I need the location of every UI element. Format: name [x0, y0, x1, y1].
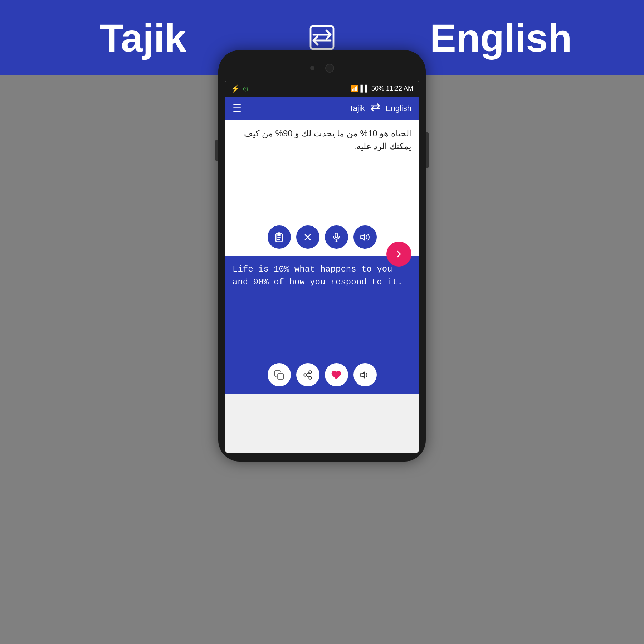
usb-icon: ⚡ — [231, 84, 240, 93]
svg-marker-18 — [361, 372, 365, 377]
signal-icon: ▌▌ — [360, 85, 370, 92]
battery-text: 50% — [371, 85, 384, 92]
circle-icon: ⊙ — [243, 84, 249, 93]
output-text: Life is 10% what happens to you and 90% … — [233, 263, 411, 289]
input-text[interactable]: الحياة هو 10% من ما يحدث لك و 90% من كيف… — [233, 127, 411, 153]
clear-button[interactable] — [296, 225, 319, 249]
status-right-icons: 📶 ▌▌ 50% 11:22 AM — [351, 85, 413, 93]
banner-swap-icon[interactable] — [286, 23, 358, 52]
status-bar: ⚡ ⊙ 📶 ▌▌ 50% 11:22 AM — [225, 80, 419, 97]
phone-screen: ⚡ ⊙ 📶 ▌▌ 50% 11:22 AM ☰ Tajik — [225, 80, 419, 453]
volume-button — [215, 140, 218, 161]
hamburger-menu-button[interactable]: ☰ — [233, 102, 241, 114]
toolbar-swap-icon[interactable] — [370, 102, 380, 114]
favorite-button[interactable] — [325, 363, 348, 386]
copy-button[interactable] — [268, 363, 291, 386]
phone-speaker — [310, 66, 314, 70]
input-area[interactable]: الحياة هو 10% من ما يحدث لك و 90% من كيف… — [225, 120, 419, 220]
translation-container: الحياة هو 10% من ما يحدث لك و 90% من كيف… — [225, 120, 419, 394]
output-sound-button[interactable] — [353, 363, 377, 386]
wifi-icon: 📶 — [351, 85, 358, 93]
clipboard-button[interactable] — [268, 225, 291, 249]
phone-top-area — [225, 57, 419, 79]
svg-rect-8 — [335, 233, 338, 238]
output-area: Life is 10% what happens to you and 90% … — [225, 256, 419, 356]
input-actions-bar — [225, 220, 419, 256]
send-button[interactable] — [386, 241, 411, 267]
time-display: 11:22 AM — [386, 85, 413, 92]
input-sound-button[interactable] — [353, 225, 377, 249]
toolbar-source-language[interactable]: Tajik — [349, 104, 365, 113]
power-button — [426, 132, 429, 168]
svg-line-16 — [306, 375, 309, 377]
toolbar-language-selector: Tajik English — [349, 102, 411, 114]
app-toolbar: ☰ Tajik English — [225, 97, 419, 120]
svg-marker-11 — [361, 234, 365, 240]
svg-rect-0 — [311, 26, 333, 49]
output-actions-bar — [225, 356, 419, 394]
mic-button[interactable] — [325, 225, 348, 249]
phone-device: ⚡ ⊙ 📶 ▌▌ 50% 11:22 AM ☰ Tajik — [218, 50, 426, 462]
phone-camera — [325, 64, 334, 73]
toolbar-target-language[interactable]: English — [386, 104, 411, 113]
share-button[interactable] — [296, 363, 319, 386]
phone-body: ⚡ ⊙ 📶 ▌▌ 50% 11:22 AM ☰ Tajik — [218, 50, 426, 462]
svg-rect-12 — [278, 374, 283, 379]
svg-line-17 — [306, 372, 309, 374]
status-left-icons: ⚡ ⊙ — [231, 84, 249, 93]
